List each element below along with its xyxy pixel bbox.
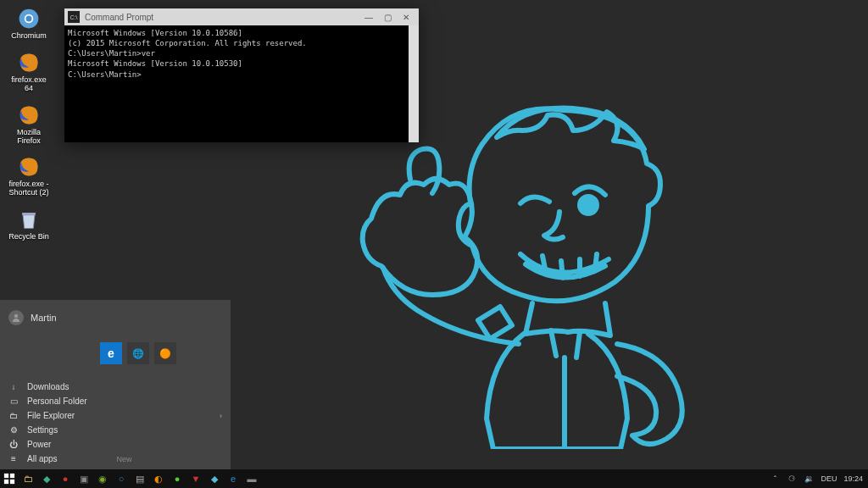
scrollbar-up-icon[interactable]: ▴ bbox=[409, 25, 419, 36]
desktop-icon-chromium[interactable]: Chromium bbox=[5, 5, 53, 42]
start-item-downloads[interactable]: ↓ Downloads bbox=[0, 380, 231, 394]
taskbar-app-2[interactable]: ● bbox=[56, 469, 75, 488]
start-menu-username: Martin bbox=[31, 313, 57, 323]
app-icon: ● bbox=[63, 474, 69, 484]
terminal-line: C:\Users\Martin> bbox=[68, 69, 405, 80]
app-icon: ◆ bbox=[211, 474, 218, 485]
taskbar-app-5[interactable]: ○ bbox=[112, 469, 131, 488]
cmd-icon: ▬ bbox=[248, 474, 257, 484]
system-tray: ˆ ⚆ 🔉 DEU 19:24 bbox=[770, 474, 868, 484]
svg-point-8 bbox=[14, 314, 18, 318]
start-item-settings[interactable]: ⚙ Settings bbox=[0, 423, 231, 437]
user-avatar-icon bbox=[8, 310, 24, 325]
volume-icon[interactable]: 🔉 bbox=[804, 474, 814, 484]
cmd-icon: C:\ bbox=[68, 11, 80, 23]
folder-icon: ▭ bbox=[8, 396, 19, 406]
tile-globe[interactable]: 🌐 bbox=[127, 342, 149, 364]
svg-point-0 bbox=[580, 197, 597, 214]
window-title: Command Prompt bbox=[85, 13, 359, 22]
start-item-all-apps[interactable]: ≡ All apps New bbox=[0, 452, 231, 466]
app-icon: ◆ bbox=[43, 474, 50, 485]
start-item-label: Personal Folder bbox=[27, 396, 87, 406]
start-button[interactable] bbox=[0, 469, 19, 488]
start-item-label: All apps bbox=[27, 454, 58, 463]
start-item-label: Settings bbox=[27, 425, 58, 435]
new-badge: New bbox=[117, 455, 132, 463]
taskbar-app-7[interactable]: ◐ bbox=[149, 469, 168, 488]
app-icon: ▤ bbox=[136, 474, 144, 485]
start-menu-tiles: e 🌐 🟠 bbox=[0, 336, 231, 364]
gear-icon: ⚙ bbox=[8, 425, 19, 435]
recycle-bin-icon bbox=[17, 208, 41, 231]
taskbar-app-9[interactable]: ▼ bbox=[186, 469, 205, 488]
firefox-icon bbox=[17, 155, 41, 179]
network-icon[interactable]: ⚆ bbox=[787, 474, 797, 484]
terminal-line: (c) 2015 Microsoft Corporation. All righ… bbox=[68, 38, 405, 48]
minimize-button[interactable]: — bbox=[359, 10, 378, 24]
taskbar: 🗀 ◆ ● ▣ ◉ ○ ▤ ◐ ● ▼ ◆ e ▬ ˆ ⚆ 🔉 DEU 19:2… bbox=[0, 469, 868, 488]
start-item-personal-folder[interactable]: ▭ Personal Folder bbox=[0, 394, 231, 408]
firefox-icon bbox=[17, 103, 41, 127]
desktop-icon-label: firefox.exe - Shortcut (2) bbox=[7, 180, 51, 197]
start-item-power[interactable]: ⏻ Power bbox=[0, 437, 231, 452]
taskbar-app-4[interactable]: ◉ bbox=[93, 469, 112, 488]
app-icon: 🟠 bbox=[159, 348, 171, 359]
window-titlebar[interactable]: C:\ Command Prompt — ▢ ✕ bbox=[64, 8, 419, 25]
app-icon: ▼ bbox=[192, 474, 201, 484]
tray-clock[interactable]: 19:24 bbox=[843, 474, 863, 483]
desktop-icon-label: Recycle Bin bbox=[8, 233, 49, 241]
app-icon: ◉ bbox=[98, 474, 107, 485]
explorer-icon: 🗀 bbox=[8, 411, 19, 420]
svg-rect-10 bbox=[10, 474, 14, 478]
firefox-icon bbox=[17, 51, 41, 75]
desktop-icon-label: firefox.exe 64 bbox=[7, 76, 51, 93]
windows-icon bbox=[3, 473, 15, 485]
app-icon: ◐ bbox=[154, 474, 163, 485]
desktop-icon-recycle-bin[interactable]: Recycle Bin bbox=[5, 206, 53, 243]
app-icon: ▣ bbox=[80, 474, 88, 485]
terminal-line: Microsoft Windows [Version 10.0.10530] bbox=[68, 58, 405, 69]
start-menu-user[interactable]: Martin bbox=[0, 300, 231, 336]
start-menu: Martin e 🌐 🟠 ↓ Downloads ▭ Personal Fold… bbox=[0, 300, 231, 469]
desktop-icon-label: Chromium bbox=[11, 32, 47, 41]
folder-icon: 🗀 bbox=[24, 474, 33, 484]
command-prompt-window[interactable]: C:\ Command Prompt — ▢ ✕ Microsoft Windo… bbox=[64, 8, 419, 142]
taskbar-app-11[interactable]: e bbox=[224, 469, 242, 488]
tray-language[interactable]: DEU bbox=[821, 474, 837, 483]
tile-edge[interactable]: e bbox=[100, 342, 122, 364]
app-icon: ○ bbox=[119, 474, 125, 484]
power-icon: ⏻ bbox=[8, 440, 19, 449]
chevron-right-icon: › bbox=[220, 412, 222, 420]
scrollbar-down-icon[interactable]: ▾ bbox=[409, 132, 419, 142]
maximize-button[interactable]: ▢ bbox=[378, 10, 397, 24]
start-item-label: Downloads bbox=[27, 382, 69, 391]
taskbar-app-1[interactable]: ◆ bbox=[37, 469, 56, 488]
desktop-icon-label: Mozilla Firefox bbox=[7, 129, 51, 146]
taskbar-left: 🗀 ◆ ● ▣ ◉ ○ ▤ ◐ ● ▼ ◆ e ▬ bbox=[0, 469, 261, 488]
svg-point-3 bbox=[26, 16, 32, 22]
desktop-icon-firefox[interactable]: Mozilla Firefox bbox=[5, 102, 53, 147]
taskbar-app-6[interactable]: ▤ bbox=[131, 469, 149, 488]
start-menu-list: ↓ Downloads ▭ Personal Folder 🗀 File Exp… bbox=[0, 380, 231, 469]
svg-rect-9 bbox=[4, 474, 8, 478]
chromium-icon bbox=[17, 7, 41, 30]
desktop-icon-firefox-shortcut[interactable]: firefox.exe - Shortcut (2) bbox=[5, 153, 53, 199]
download-icon: ↓ bbox=[8, 382, 19, 391]
taskbar-cmd[interactable]: ▬ bbox=[242, 469, 261, 488]
tile-app[interactable]: 🟠 bbox=[154, 342, 176, 364]
terminal-line: C:\Users\Martin>ver bbox=[68, 48, 405, 58]
svg-rect-12 bbox=[10, 480, 14, 484]
desktop-icons-area: Chromium firefox.exe 64 Mozilla Firefox … bbox=[5, 5, 53, 243]
taskbar-app-10[interactable]: ◆ bbox=[205, 469, 224, 488]
close-button[interactable]: ✕ bbox=[397, 10, 415, 24]
globe-icon: 🌐 bbox=[132, 348, 144, 359]
chevron-up-icon[interactable]: ˆ bbox=[770, 474, 780, 484]
taskbar-app-3[interactable]: ▣ bbox=[75, 469, 93, 488]
terminal-line: Microsoft Windows [Version 10.0.10586] bbox=[68, 28, 405, 38]
desktop-icon-firefox64[interactable]: firefox.exe 64 bbox=[5, 49, 53, 95]
terminal-body[interactable]: Microsoft Windows [Version 10.0.10586] (… bbox=[64, 25, 419, 142]
svg-rect-11 bbox=[4, 480, 8, 484]
taskbar-explorer[interactable]: 🗀 bbox=[19, 469, 37, 488]
taskbar-app-8[interactable]: ● bbox=[168, 469, 186, 488]
start-item-file-explorer[interactable]: 🗀 File Explorer › bbox=[0, 408, 231, 423]
